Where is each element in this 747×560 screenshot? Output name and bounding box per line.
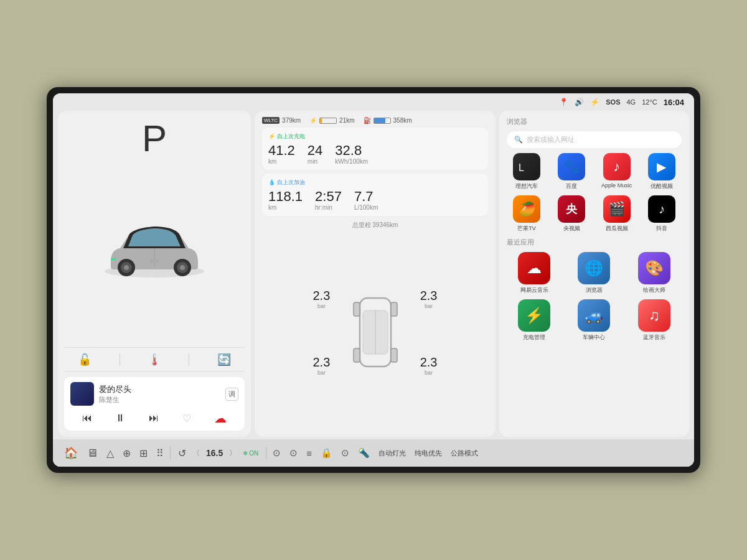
tire-rl-value: 2.3 <box>313 355 331 370</box>
bottom-center-controls: ↺ 〈 16.5 〉 ❄ ON <box>171 447 266 459</box>
app-xigua-icon: 🎬 <box>603 195 631 223</box>
br-icon3[interactable]: ≡ <box>306 448 312 459</box>
tire-fr-value: 2.3 <box>420 289 438 303</box>
recent-btmusic[interactable]: ♫ 蓝牙音乐 <box>627 299 682 342</box>
screen-icon[interactable]: 🖥 <box>87 447 98 460</box>
recent-title: 最近应用 <box>507 238 682 247</box>
tire-rr: 2.3 bar <box>420 355 438 376</box>
song-details: 爱的尽头 陈楚生 <box>99 384 220 404</box>
electric-label: ⚡ 自上次充电 <box>268 133 482 141</box>
fan-control[interactable]: ❄ ON <box>243 450 258 457</box>
bottom-bar: 🏠 🖥 △ ⊕ ⊞ ⠿ ↺ 〈 16.5 〉 ❄ ON ⊙ ⊙ ≡ <box>53 439 694 467</box>
bluetooth-icon: ⚡ <box>590 98 599 106</box>
app-apple-music-label: Apple Music <box>601 182 632 189</box>
apps-icon[interactable]: ⊞ <box>139 447 148 459</box>
temp-down-arrow[interactable]: 〈 <box>192 448 200 459</box>
recent-charge[interactable]: ⚡ 充电管理 <box>507 299 561 342</box>
eq-button[interactable]: 调 <box>225 388 238 401</box>
br-icon5[interactable]: ⊙ <box>341 447 349 459</box>
car-svg <box>92 212 217 293</box>
auto-light-btn[interactable]: 自动灯光 <box>378 449 406 458</box>
fuel-km-value: 118.1 <box>268 189 303 204</box>
prev-button[interactable]: ⏮ <box>82 413 92 424</box>
electric-icon: ⚡ <box>309 117 317 124</box>
app-youku-icon: ▶ <box>648 153 675 180</box>
recent-btmusic-label: 蓝牙音乐 <box>643 334 665 342</box>
br-icon2[interactable]: ⊙ <box>289 447 298 459</box>
app-xigua[interactable]: 🎬 西瓜视频 <box>597 195 637 233</box>
temp-up-arrow[interactable]: 〉 <box>229 448 237 459</box>
recent-vehcenter-label: 车辆中心 <box>583 334 605 342</box>
app-grid: L 理想汽车 🐾 百度 ♪ Apple Music <box>507 153 682 233</box>
app-cctv-label: 央视频 <box>563 225 580 233</box>
fan-on-label: ON <box>249 450 258 457</box>
music-player: 爱的尽头 陈楚生 调 ⏮ ⏸ ⏭ ♡ ☁ <box>64 377 245 431</box>
next-button[interactable]: ⏭ <box>149 413 159 424</box>
elec-min-unit: min <box>308 158 322 165</box>
tire-fl-unit: bar <box>313 303 331 309</box>
netease-button[interactable]: ☁ <box>214 411 227 426</box>
app-tiktok[interactable]: ♪ 抖音 <box>642 195 682 233</box>
search-box[interactable]: 🔍 搜索或输入网址 <box>507 131 682 148</box>
elec-km-unit: km <box>268 158 295 165</box>
time-label: 16:04 <box>664 98 684 107</box>
right-panel: 浏览器 🔍 搜索或输入网址 L 理想汽车 <box>499 111 689 437</box>
app-youku[interactable]: ▶ 优酷视频 <box>642 153 682 190</box>
fuel-time-value: 2:57 <box>315 189 342 204</box>
elec-kwh-value: 32.8 <box>335 143 368 158</box>
wltc-value: 379km <box>282 117 301 124</box>
svg-rect-11 <box>354 302 360 316</box>
fuel-label: 💧 自上次加油 <box>268 179 482 187</box>
road-mode-btn[interactable]: 公路模式 <box>451 449 478 458</box>
screen-bezel: 📍 🔊 ⚡ SOS 4G 12°C 16:04 P <box>47 87 700 473</box>
fuel-lper-value: 7.7 <box>354 189 378 204</box>
temp-icon[interactable]: 🌡️ <box>148 353 161 366</box>
recent-paint-icon: 🎨 <box>638 252 670 284</box>
elec-km-value: 41.2 <box>268 143 295 158</box>
app-mango-icon: 🥭 <box>513 195 540 223</box>
fuel-lper-unit: L/100km <box>354 204 378 211</box>
main-content: P <box>53 111 694 439</box>
pause-button[interactable]: ⏸ <box>115 413 125 424</box>
svg-text:L: L <box>519 162 524 173</box>
svg-point-4 <box>124 265 129 270</box>
tire-rl-unit: bar <box>313 370 331 376</box>
menu-icon[interactable]: ⠿ <box>156 447 164 459</box>
br-icon4[interactable]: 🔒 <box>321 447 332 459</box>
svg-rect-9 <box>150 259 159 263</box>
fuel-stats: 💧 自上次加油 118.1 km 2:57 hr:min 7.7 L/100k <box>262 174 488 216</box>
range-bar: WLTC 379km ⚡ 21km ⛽ <box>262 117 488 124</box>
fuel-km-unit: km <box>268 204 303 211</box>
music-controls: ⏮ ⏸ ⏭ ♡ ☁ <box>70 411 238 426</box>
recent-paint[interactable]: 🎨 绘画大师 <box>627 252 682 294</box>
app-lixiang[interactable]: L 理想汽车 <box>507 153 547 190</box>
app-mango[interactable]: 🥭 芒果TV <box>507 195 547 233</box>
br-icon6[interactable]: 🔦 <box>358 447 370 459</box>
tire-section: 2.3 bar 2.3 bar 2.3 bar <box>262 233 488 431</box>
recent-vehcenter[interactable]: 🚙 车辆中心 <box>566 299 621 342</box>
car-fn-icon[interactable]: ⊕ <box>123 447 131 459</box>
pure-elec-btn[interactable]: 纯电优先 <box>415 449 442 458</box>
app-tiktok-label: 抖音 <box>656 225 667 233</box>
home-icon[interactable]: 🏠 <box>64 446 78 460</box>
car-image <box>64 157 245 347</box>
elec-kwh-stat: 32.8 kWh/100km <box>335 143 368 165</box>
recent-browser[interactable]: 🌐 浏览器 <box>566 252 621 294</box>
ac-icon[interactable]: ↺ <box>178 447 186 459</box>
refresh-icon[interactable]: 🔄 <box>217 353 231 366</box>
wltc-badge: WLTC <box>262 117 280 124</box>
app-apple-music[interactable]: ♪ Apple Music <box>597 153 637 190</box>
lock-icon[interactable]: 🔓 <box>78 353 92 366</box>
bottom-left-nav: 🏠 🖥 △ ⊕ ⊞ ⠿ <box>58 446 171 460</box>
br-icon1[interactable]: ⊙ <box>273 447 281 459</box>
svg-rect-13 <box>354 348 360 362</box>
fuel-range: ⛽ 358km <box>364 117 412 124</box>
fuel-km: 358km <box>393 117 412 124</box>
like-button[interactable]: ♡ <box>182 413 191 424</box>
recent-netease[interactable]: ☁ 网易云音乐 <box>507 252 561 294</box>
nav-icon[interactable]: △ <box>106 447 114 459</box>
app-cctv[interactable]: 央 央视频 <box>552 195 591 233</box>
svg-rect-8 <box>111 258 116 260</box>
tire-fl: 2.3 bar <box>313 289 331 309</box>
app-baidu[interactable]: 🐾 百度 <box>552 153 591 190</box>
